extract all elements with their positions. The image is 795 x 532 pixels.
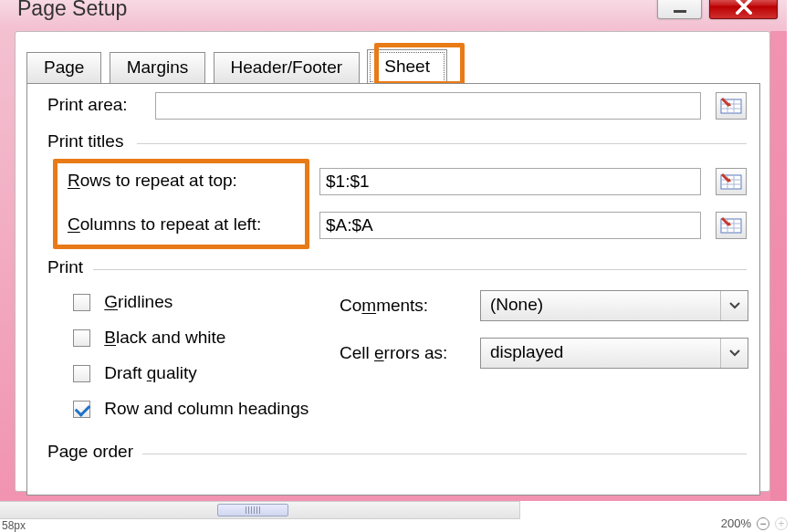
draft-quality-checkbox[interactable] bbox=[73, 365, 90, 382]
row-col-headings-label: Row and column headings bbox=[104, 399, 309, 418]
close-button[interactable] bbox=[709, 0, 778, 19]
gridlines-checkbox[interactable] bbox=[73, 294, 90, 311]
cols-repeat-selector-button[interactable] bbox=[716, 212, 747, 239]
tab-sheet[interactable]: Sheet bbox=[367, 49, 447, 85]
page-gutter bbox=[787, 0, 795, 532]
black-white-checkbox[interactable] bbox=[73, 329, 90, 347]
row-col-headings-checkbox-row[interactable]: Row and column headings bbox=[73, 399, 309, 419]
zoom-level: 200% bbox=[721, 516, 751, 530]
zoom-in-button[interactable]: + bbox=[775, 517, 788, 530]
comments-value: (None) bbox=[490, 295, 543, 314]
range-selector-icon bbox=[720, 97, 742, 115]
print-caption: Print bbox=[47, 257, 83, 277]
tab-header-footer[interactable]: Header/Footer bbox=[214, 52, 361, 84]
cell-errors-label: Cell errors as: bbox=[340, 343, 447, 363]
chevron-down-icon bbox=[720, 291, 748, 320]
range-selector-icon bbox=[720, 216, 742, 235]
comments-combo[interactable]: (None) bbox=[480, 290, 748, 321]
horizontal-scrollbar[interactable] bbox=[0, 501, 520, 519]
draft-quality-label: Draft quality bbox=[104, 363, 196, 382]
draft-quality-checkbox-row[interactable]: Draft quality bbox=[73, 363, 197, 383]
cols-repeat-label: Columns to repeat at left: bbox=[68, 214, 261, 235]
rows-repeat-selector-button[interactable] bbox=[716, 168, 747, 195]
minimize-button[interactable] bbox=[657, 0, 702, 19]
page-order-divider bbox=[142, 454, 747, 454]
zoom-controls: 200% − + bbox=[721, 516, 788, 530]
cell-errors-combo[interactable]: displayed bbox=[480, 338, 748, 369]
zoom-out-button[interactable]: − bbox=[757, 517, 769, 530]
titlebar: Page Setup bbox=[5, 0, 785, 26]
close-icon bbox=[736, 0, 752, 15]
scrollbar-grip-icon bbox=[246, 506, 260, 514]
tab-margins[interactable]: Margins bbox=[110, 52, 206, 84]
print-divider bbox=[93, 269, 747, 270]
window-title: Page Setup bbox=[17, 0, 127, 21]
cell-errors-value: displayed bbox=[490, 342, 563, 361]
page-order-caption: Page order bbox=[47, 442, 133, 462]
print-area-selector-button[interactable] bbox=[716, 92, 747, 120]
print-titles-caption: Print titles bbox=[47, 131, 123, 151]
minimize-icon bbox=[674, 10, 686, 13]
black-white-checkbox-row[interactable]: Black and white bbox=[73, 328, 225, 348]
print-area-label: Print area: bbox=[47, 95, 128, 114]
row-col-headings-checkbox[interactable] bbox=[73, 401, 90, 418]
tabstrip: Page Margins Header/Footer Sheet bbox=[26, 48, 760, 84]
gridlines-checkbox-row[interactable]: Gridlines bbox=[73, 292, 173, 312]
range-selector-icon bbox=[720, 172, 742, 191]
black-white-label: Black and white bbox=[104, 328, 225, 347]
comments-label: Comments: bbox=[340, 296, 428, 316]
rows-repeat-label: Rows to repeat at top: bbox=[68, 171, 237, 191]
cols-repeat-input[interactable] bbox=[319, 212, 701, 239]
scrollbar-thumb[interactable] bbox=[217, 504, 288, 516]
chevron-down-icon bbox=[720, 339, 748, 368]
print-titles-divider bbox=[137, 143, 747, 144]
print-area-input[interactable] bbox=[155, 92, 701, 120]
tabpanel-sheet: Print area: Print titles Rows to repeat … bbox=[26, 83, 760, 495]
rows-repeat-input[interactable] bbox=[319, 168, 701, 195]
gridlines-label: Gridlines bbox=[104, 292, 173, 311]
dialog-body: Page Margins Header/Footer Sheet Print a… bbox=[15, 31, 770, 492]
window-edge-right bbox=[770, 31, 787, 501]
status-coords: 58px bbox=[0, 519, 26, 532]
tab-page[interactable]: Page bbox=[26, 52, 101, 84]
